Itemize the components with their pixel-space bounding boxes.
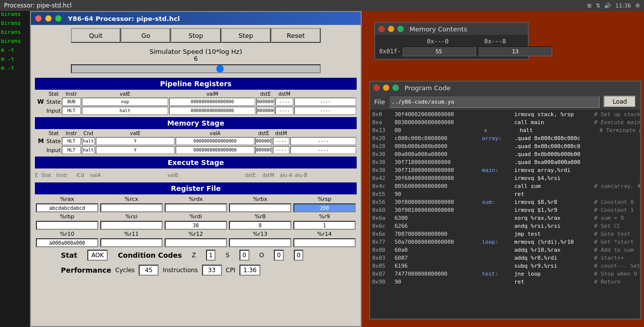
state-vale[interactable]: [169, 98, 255, 106]
z-value: 1: [206, 250, 216, 261]
minput-vala[interactable]: [255, 146, 272, 154]
o2-value: 0: [294, 250, 304, 261]
reg-r13-input[interactable]: [229, 238, 291, 247]
speed-value: 6: [31, 55, 361, 62]
cpi-value: 1.36: [239, 265, 261, 276]
reg-r12-input[interactable]: [165, 238, 227, 247]
minput-stat[interactable]: [62, 146, 81, 154]
state-stat[interactable]: [62, 98, 81, 106]
code-area[interactable]: 0x0 30f400020000000000 irmovq stack, %rs…: [370, 110, 640, 318]
col-valm: valM: [169, 91, 256, 97]
minput-dste[interactable]: [273, 146, 289, 154]
stat-value: AOK: [87, 250, 108, 261]
cycles-label: Cycles: [115, 267, 135, 274]
state-instr[interactable]: [82, 98, 168, 106]
reg-rcx-input[interactable]: [100, 203, 163, 212]
mem-close-button[interactable]: [378, 25, 385, 32]
code-row: 0x13 00 x halt # Terminate program: [370, 127, 640, 135]
mem-val2-input[interactable]: [478, 46, 552, 56]
speed-label: Simulator Speed (10*log Hz): [31, 48, 361, 55]
mstate-cnd[interactable]: [96, 137, 175, 145]
instructions-label: Instructions: [163, 267, 198, 274]
mstate-instr[interactable]: [82, 137, 95, 145]
step-button[interactable]: Step: [221, 28, 271, 43]
prog-max-button[interactable]: [392, 84, 399, 91]
input-dste[interactable]: [275, 107, 293, 115]
reg-rdx-input[interactable]: [165, 203, 227, 212]
code-row: 0x80 60a0 addq %r10,%rax # Add to sum: [370, 246, 640, 254]
mem-min-button[interactable]: [388, 25, 395, 32]
minput-vale[interactable]: [176, 146, 254, 154]
code-row: 0x83 6087 addq %r8,%rdi # start++: [370, 254, 640, 262]
minput-cnd[interactable]: [96, 146, 175, 154]
reg-rdi-input[interactable]: [165, 221, 227, 230]
code-row: 0x90 90 ret # Return: [370, 278, 640, 286]
input-valm[interactable]: [256, 107, 274, 115]
code-row: 0x87 7477000000000000 test: jne loop # S…: [370, 270, 640, 278]
reg-rax-input[interactable]: [36, 203, 98, 212]
file-path-input[interactable]: [389, 96, 600, 108]
instructions-value: 33: [202, 265, 222, 276]
mstate-dste[interactable]: [273, 137, 289, 145]
reg-rbp-input[interactable]: [36, 221, 98, 230]
code-row: 0xa 803800000000000000 call main # Execu…: [370, 119, 640, 127]
reg-rsi-input[interactable]: [100, 221, 163, 230]
s-label: S: [225, 252, 229, 259]
load-button[interactable]: Load: [604, 96, 636, 108]
reg-r8-input[interactable]: [229, 221, 291, 230]
stop-button[interactable]: Stop: [171, 28, 220, 43]
reset-button[interactable]: Reset: [271, 28, 321, 43]
mem-val1-input[interactable]: [402, 46, 476, 56]
prog-close-button[interactable]: [373, 84, 380, 91]
col-stat: Stat: [46, 91, 61, 97]
program-code-window: Program Code File Load 0x0 30f4000200000…: [369, 81, 641, 320]
col-vale: valE: [81, 91, 169, 97]
minput-instr[interactable]: [82, 146, 95, 154]
execute-stage-content: E Stat Instr iCd valA valB dstE dstM alu…: [31, 169, 361, 180]
z-label: Z: [192, 252, 196, 259]
speed-slider-container[interactable]: [31, 63, 361, 76]
mem-max-button[interactable]: [397, 25, 404, 32]
code-row: 0x6e 7087000000000000 jmp test # Goto te…: [370, 230, 640, 238]
state-valm[interactable]: [256, 98, 274, 106]
reg-rsp-input[interactable]: [293, 203, 356, 212]
minput-dstm[interactable]: [290, 146, 356, 154]
maximize-button[interactable]: [55, 15, 62, 22]
speed-slider[interactable]: [71, 64, 321, 73]
input-dstm[interactable]: [294, 107, 356, 115]
state-dstm[interactable]: [294, 98, 356, 106]
go-button[interactable]: Go: [121, 28, 171, 43]
mstate-vala[interactable]: [255, 137, 272, 145]
code-row: 0x60 30f901000000000000 irmovq $1,%r9 # …: [370, 206, 640, 214]
taskbar: Processor: pipe-std.hcl ⊞ ⇅ 🔊 11:36 ⚙: [0, 0, 644, 11]
file-label: File: [374, 98, 385, 106]
code-row: 0x55 90 ret: [370, 190, 640, 198]
reg-r11-input[interactable]: [100, 238, 163, 247]
taskbar-icons: ⊞ ⇅ 🔊 11:36 ⚙: [587, 2, 640, 9]
close-button[interactable]: [35, 15, 42, 22]
mstate-vale[interactable]: [176, 137, 254, 145]
code-row: 0x28 000b000b000b0000 .quad 0x00c000c000…: [370, 143, 640, 151]
performance-label: Performance: [61, 266, 111, 274]
input-vale[interactable]: [169, 107, 255, 115]
cycles-value: 45: [139, 265, 159, 276]
reg-r9-input[interactable]: [293, 221, 356, 230]
input-instr[interactable]: [82, 107, 168, 115]
mstate-stat[interactable]: [62, 137, 81, 145]
taskbar-icon-volume: 🔊: [604, 2, 611, 9]
input-stat[interactable]: [62, 107, 81, 115]
quit-button[interactable]: Quit: [71, 28, 121, 43]
mem-title: Memory Contents: [410, 25, 467, 33]
taskbar-icon-network: ⇅: [596, 2, 600, 9]
code-row: 0x6a 6300 xorq %rax,%rax # sum = 0: [370, 214, 640, 222]
mstate-dstm[interactable]: [290, 137, 356, 145]
code-row: 0x6c 6266 andq %rsi,%rsi # Set CC: [370, 222, 640, 230]
reg-r10-input[interactable]: [36, 238, 98, 247]
reg-r14-input[interactable]: [293, 238, 356, 247]
reg-rbx-input[interactable]: [229, 203, 291, 212]
state-dste[interactable]: [275, 98, 293, 106]
prog-min-button[interactable]: [383, 84, 390, 91]
code-row: 0x56 30f808000000000000 sum: irmovq $8,%…: [370, 198, 640, 206]
taskbar-icon-grid: ⊞: [587, 2, 592, 9]
minimize-button[interactable]: [45, 15, 52, 22]
